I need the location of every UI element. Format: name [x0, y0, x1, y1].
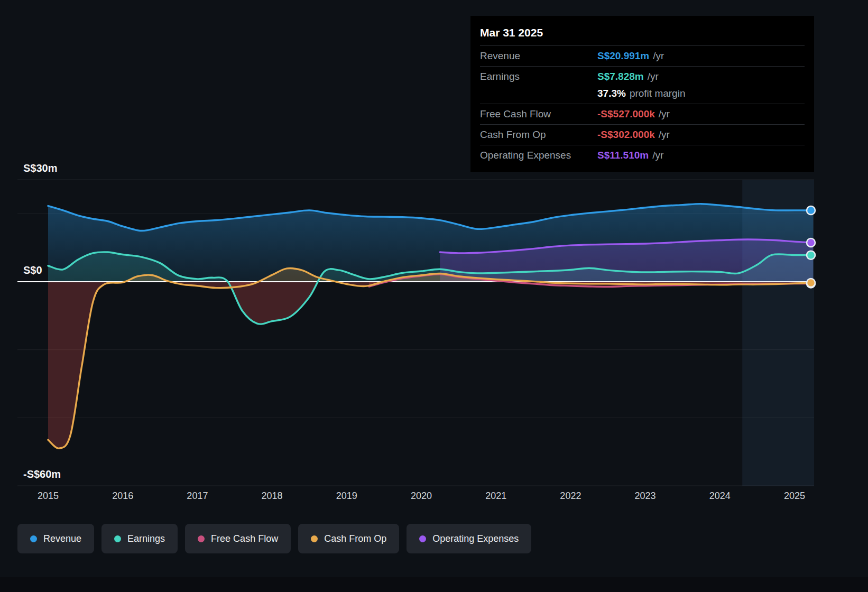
tooltip-row-label: Revenue — [480, 50, 597, 62]
x-tick-label: 2015 — [38, 491, 59, 502]
tooltip-row-value: S$20.991m — [597, 50, 649, 62]
tooltip-row: RevenueS$20.991m/yr — [480, 45, 805, 66]
tooltip-row-value: S$11.510m — [597, 150, 649, 161]
revenue-dot-icon — [30, 535, 37, 542]
tooltip-row-label: Operating Expenses — [480, 150, 597, 161]
x-tick-label: 2020 — [411, 491, 432, 502]
x-tick-label: 2024 — [709, 491, 731, 502]
tooltip-row: 37.3%profit margin — [480, 87, 805, 104]
legend-item-label: Earnings — [127, 533, 165, 544]
legend-item-label: Revenue — [43, 533, 81, 544]
legend-item-earnings[interactable]: Earnings — [101, 524, 178, 553]
legend-item-free-cash-flow[interactable]: Free Cash Flow — [185, 524, 291, 553]
tooltip-row-label: Earnings — [480, 71, 597, 82]
operating-expenses-dot-icon — [419, 535, 426, 542]
legend-item-label: Free Cash Flow — [211, 533, 278, 544]
x-tick-label: 2019 — [336, 491, 357, 502]
tooltip-row: EarningsS$7.828m/yr — [480, 66, 805, 87]
legend-item-cash-from-op[interactable]: Cash From Op — [298, 524, 399, 553]
earnings-dot-icon — [114, 535, 121, 542]
x-tick-label: 2025 — [784, 491, 805, 502]
tooltip-row-label: Cash From Op — [480, 129, 597, 141]
tooltip-row-value: -S$527.000k — [597, 108, 655, 120]
tooltip-row: Free Cash Flow-S$527.000k/yr — [480, 104, 805, 124]
tooltip-date: Mar 31 2025 — [480, 23, 805, 45]
x-tick-label: 2021 — [485, 491, 506, 502]
tooltip-row-suffix: /yr — [652, 150, 663, 161]
x-tick-label: 2018 — [262, 491, 283, 502]
x-tick-label: 2017 — [187, 491, 208, 502]
bottom-bar — [0, 577, 868, 592]
tooltip-row-value: 37.3% — [597, 88, 626, 99]
tooltip-row: Operating ExpensesS$11.510m/yr — [480, 145, 805, 165]
tooltip-row-suffix: /yr — [653, 50, 664, 62]
tooltip-rows: RevenueS$20.991m/yrEarningsS$7.828m/yr37… — [480, 45, 805, 165]
x-tick-label: 2016 — [112, 491, 133, 502]
legend-item-operating-expenses[interactable]: Operating Expenses — [407, 524, 531, 553]
x-tick-label: 2022 — [560, 491, 581, 502]
tooltip-row-suffix: profit margin — [630, 88, 686, 99]
legend-item-revenue[interactable]: Revenue — [17, 524, 94, 553]
tooltip-row: Cash From Op-S$302.000k/yr — [480, 124, 805, 145]
legend-item-label: Operating Expenses — [432, 533, 519, 544]
legend: RevenueEarningsFree Cash FlowCash From O… — [17, 524, 531, 553]
tooltip: Mar 31 2025 RevenueS$20.991m/yrEarningsS… — [470, 16, 814, 172]
tooltip-row-value: -S$302.000k — [597, 129, 655, 141]
tooltip-row-suffix: /yr — [659, 108, 670, 120]
free-cash-flow-dot-icon — [198, 535, 205, 542]
tooltip-row-suffix: /yr — [659, 129, 670, 141]
y-tick-label: -S$60m — [23, 468, 61, 480]
x-tick-label: 2023 — [635, 491, 656, 502]
tooltip-row-value: S$7.828m — [597, 71, 644, 82]
y-tick-label: S$0 — [23, 264, 42, 276]
legend-item-label: Cash From Op — [324, 533, 386, 544]
cash-from-op-dot-icon — [311, 535, 318, 542]
tooltip-row-label: Free Cash Flow — [480, 108, 597, 120]
y-tick-label: S$30m — [23, 162, 58, 174]
chart-page: S$30mS$0-S$60m 2015201620172018201920202… — [0, 0, 868, 592]
tooltip-row-suffix: /yr — [648, 71, 659, 82]
